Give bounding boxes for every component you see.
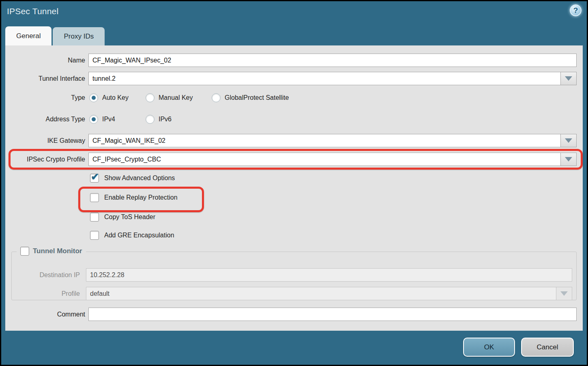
ike-gateway-dropdown-button[interactable] bbox=[560, 134, 577, 147]
radio-globalprotect-satellite[interactable] bbox=[212, 93, 221, 102]
general-tab-panel: Name Tunnel Interface Type Auto Key bbox=[5, 45, 583, 331]
dialog-titlebar: IPSec Tunnel ? bbox=[1, 1, 587, 26]
show-advanced-options-checkbox[interactable] bbox=[90, 174, 99, 183]
profile-label: Profile bbox=[12, 287, 80, 300]
radio-ipv6-label: IPv6 bbox=[159, 116, 172, 123]
tunnel-monitor-legend: Tunnel Monitor bbox=[17, 247, 86, 256]
name-label: Name bbox=[5, 54, 85, 67]
radio-ipv4-label: IPv4 bbox=[102, 116, 115, 123]
radio-auto-key-label: Auto Key bbox=[102, 94, 129, 101]
show-advanced-options-row: Show Advanced Options bbox=[90, 173, 175, 183]
show-advanced-options-label: Show Advanced Options bbox=[104, 174, 175, 182]
radio-manual-key-label: Manual Key bbox=[159, 94, 193, 101]
destination-ip-input bbox=[86, 268, 572, 282]
profile-input bbox=[86, 287, 556, 300]
chevron-down-icon bbox=[560, 291, 568, 296]
tunnel-interface-input[interactable] bbox=[88, 72, 561, 85]
ipsec-crypto-profile-dropdown-button[interactable] bbox=[560, 153, 577, 166]
name-row: Name bbox=[5, 54, 583, 67]
radio-auto-key[interactable] bbox=[89, 93, 98, 102]
enable-replay-protection-label: Enable Replay Protection bbox=[104, 194, 178, 201]
tunnel-monitor-fieldset: Tunnel Monitor Destination IP Profile bbox=[11, 252, 577, 300]
tab-proxy-ids[interactable]: Proxy IDs bbox=[53, 27, 105, 45]
copy-tos-header-row: Copy ToS Header bbox=[90, 212, 155, 222]
cancel-button[interactable]: Cancel bbox=[521, 338, 574, 357]
enable-replay-protection-row: Enable Replay Protection bbox=[90, 193, 178, 202]
copy-tos-header-checkbox[interactable] bbox=[90, 213, 99, 222]
type-label: Type bbox=[5, 93, 85, 103]
ipsec-tunnel-dialog: IPSec Tunnel ? General Proxy IDs Name Tu… bbox=[1, 1, 587, 365]
radio-globalprotect-satellite-label: GlobalProtect Satellite bbox=[225, 94, 289, 101]
radio-ipv4[interactable] bbox=[89, 115, 98, 124]
tab-general[interactable]: General bbox=[5, 26, 52, 45]
profile-row: Profile bbox=[12, 287, 576, 300]
radio-ipv6[interactable] bbox=[146, 115, 155, 124]
ipsec-crypto-profile-row: IPSec Crypto Profile bbox=[5, 153, 583, 166]
ipsec-crypto-profile-input[interactable] bbox=[88, 153, 561, 166]
address-type-label: Address Type bbox=[5, 114, 85, 125]
tunnel-monitor-checkbox[interactable] bbox=[20, 247, 29, 256]
comment-row: Comment bbox=[5, 308, 583, 321]
enable-replay-protection-checkbox[interactable] bbox=[90, 193, 99, 202]
ike-gateway-input[interactable] bbox=[88, 134, 561, 147]
chevron-down-icon bbox=[565, 138, 572, 143]
radio-manual-key[interactable] bbox=[146, 93, 155, 102]
ipsec-crypto-profile-label: IPSec Crypto Profile bbox=[5, 153, 85, 166]
add-gre-encapsulation-checkbox[interactable] bbox=[90, 231, 99, 240]
comment-label: Comment bbox=[5, 308, 85, 321]
add-gre-encapsulation-row: Add GRE Encapsulation bbox=[90, 230, 174, 240]
profile-dropdown-button bbox=[556, 287, 572, 300]
comment-input[interactable] bbox=[88, 308, 577, 321]
copy-tos-header-label: Copy ToS Header bbox=[104, 213, 155, 221]
dialog-footer: OK Cancel bbox=[1, 331, 587, 365]
page-title: IPSec Tunnel bbox=[7, 6, 58, 16]
ike-gateway-row: IKE Gateway bbox=[5, 134, 583, 147]
add-gre-encapsulation-label: Add GRE Encapsulation bbox=[104, 232, 174, 239]
address-type-row: Address Type IPv4 IPv6 bbox=[5, 114, 583, 125]
tab-bar: General Proxy IDs bbox=[5, 26, 105, 45]
destination-ip-label: Destination IP bbox=[12, 268, 80, 282]
type-row: Type Auto Key Manual Key GlobalProtect S… bbox=[5, 93, 583, 103]
help-icon[interactable]: ? bbox=[570, 4, 582, 16]
ike-gateway-label: IKE Gateway bbox=[5, 134, 85, 147]
ok-button[interactable]: OK bbox=[463, 338, 515, 357]
tunnel-interface-row: Tunnel Interface bbox=[5, 72, 583, 85]
tunnel-interface-label: Tunnel Interface bbox=[5, 72, 85, 85]
chevron-down-icon bbox=[565, 76, 572, 81]
tunnel-monitor-label: Tunnel Monitor bbox=[33, 247, 82, 255]
name-input[interactable] bbox=[88, 54, 577, 67]
destination-ip-row: Destination IP bbox=[12, 268, 576, 282]
tunnel-interface-dropdown-button[interactable] bbox=[560, 72, 577, 85]
chevron-down-icon bbox=[565, 157, 572, 161]
